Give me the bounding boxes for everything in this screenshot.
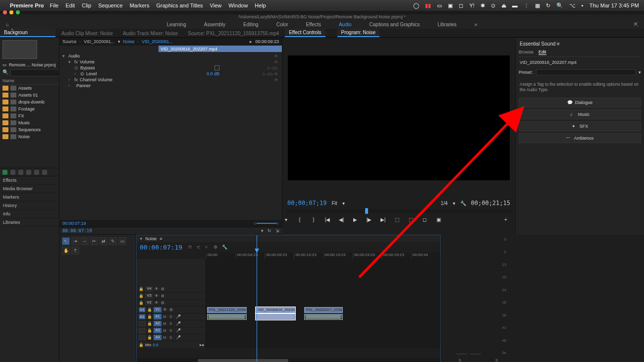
source-patch[interactable] — [139, 328, 146, 333]
snap-icon[interactable]: ⊓ — [188, 245, 194, 250]
panel-menu-icon[interactable]: ≡ — [557, 41, 560, 47]
ec-audio-header[interactable]: ▾Audio⟳ — [59, 53, 282, 59]
solo-button[interactable]: S — [169, 321, 174, 326]
program-resolution[interactable]: 1/4 — [441, 201, 448, 206]
cc-libraries-icon[interactable]: ◯ — [413, 2, 419, 9]
tab-media-browser[interactable]: Media Browser — [0, 185, 59, 193]
source-patch-v1[interactable]: V1 — [139, 307, 146, 312]
menu-graphics[interactable]: Graphics and Titles — [156, 2, 203, 8]
marker-icon[interactable]: ▿ — [205, 245, 211, 250]
workspace-libraries[interactable]: Libraries — [435, 21, 458, 28]
timemachine-icon[interactable]: ↻ — [546, 2, 550, 9]
eye-icon[interactable]: 👁 — [163, 308, 168, 312]
lock-icon[interactable]: 🔒 — [139, 343, 144, 347]
lock-icon[interactable]: 🔒 — [147, 308, 152, 312]
track-target[interactable]: A3 — [154, 328, 161, 333]
level-value[interactable]: 0.0 dB — [207, 71, 219, 76]
fit-chevron-icon[interactable]: ▾ — [342, 201, 345, 206]
program-zoom-fit[interactable]: Fit — [331, 201, 337, 206]
ec-level[interactable]: ›⊙Level0.0 dB◇ ◁ ▷ ⟳ — [59, 71, 282, 77]
program-video-area[interactable] — [282, 38, 515, 198]
list-view-icon[interactable] — [2, 170, 7, 175]
mute-button[interactable]: M — [163, 328, 168, 333]
res-chevron-icon[interactable]: ▾ — [453, 201, 455, 206]
timeline-h-scrollbar[interactable] — [137, 358, 440, 362]
comparison-view-button[interactable]: ▣ — [435, 216, 442, 223]
menu-help[interactable]: Help — [255, 2, 266, 8]
mute-button[interactable]: M — [163, 321, 168, 326]
menu-edit[interactable]: Edit — [65, 2, 75, 8]
ec-loop-icon[interactable]: ↻ — [268, 228, 271, 233]
control-center-icon[interactable]: ⌥ — [569, 2, 576, 9]
slip-tool[interactable]: ⇄ — [100, 237, 107, 245]
sync-lock-icon[interactable]: ⊙ — [161, 287, 164, 291]
solo-button[interactable]: S — [169, 328, 174, 333]
ec-transport-tc[interactable]: 00:00:07:19 — [62, 228, 92, 233]
program-scrubber[interactable] — [286, 209, 511, 213]
project-column-name[interactable]: Name — [0, 77, 59, 85]
search-icon[interactable]: 🔍 — [2, 69, 8, 76]
program-timecode-left[interactable]: 00;00;07;19 — [287, 200, 326, 207]
sequence-name[interactable]: Remove ... Noise.prproj — [9, 62, 56, 67]
workspace-audio[interactable]: Audio — [337, 21, 354, 28]
user-icon[interactable]: ▪ — [582, 2, 584, 8]
timeline-playhead[interactable] — [257, 235, 257, 362]
wrench-icon[interactable]: 🔧 — [222, 245, 227, 250]
track-target[interactable]: V3 — [145, 293, 153, 299]
source-patch[interactable] — [139, 335, 146, 340]
eject-icon[interactable]: ⏏ — [501, 2, 506, 9]
sync-lock-icon[interactable]: ⊙ — [169, 308, 173, 312]
workspace-assembly[interactable]: Assembly — [202, 21, 227, 28]
project-thumbnail[interactable] — [2, 40, 37, 59]
settings-icon[interactable]: 🔧 — [460, 201, 466, 206]
zoom-window-button[interactable] — [16, 10, 20, 14]
meter-left[interactable] — [456, 354, 467, 355]
video-clip-selected[interactable]: VID_20200816_202207 — [256, 307, 295, 313]
bin-item[interactable]: Noise — [0, 133, 59, 140]
menu-sequence[interactable]: Sequence — [98, 2, 123, 8]
source-patch-a1[interactable]: A1 — [139, 314, 146, 319]
mark-in-button[interactable]: { — [296, 216, 303, 223]
solo-left[interactable]: S — [459, 358, 461, 362]
track-content[interactable] — [206, 341, 440, 348]
es-tab-browse[interactable]: Browse — [519, 50, 534, 55]
lift-button[interactable]: ⬚ — [393, 216, 400, 223]
ec-footer-tc[interactable]: 00:00:07:19 — [62, 221, 86, 226]
app-name[interactable]: Premiere Pro — [10, 2, 44, 8]
go-to-out-button[interactable]: ▶| — [379, 216, 386, 223]
spotlight-icon[interactable]: 🔍 — [556, 2, 563, 9]
menu-clip[interactable]: Clip — [82, 2, 91, 8]
yi-icon[interactable]: Y! — [469, 2, 474, 8]
timeline-tab[interactable]: × Noise ≡ — [137, 235, 440, 242]
mark-out-button[interactable]: } — [310, 216, 317, 223]
mute-button[interactable]: M — [163, 335, 168, 340]
find-icon[interactable] — [42, 170, 47, 175]
track-target[interactable]: A4 — [154, 335, 161, 340]
bin-item[interactable]: ›Footage — [0, 105, 59, 112]
voice-over-icon[interactable]: 🎤 — [176, 328, 181, 333]
track-target[interactable]: A2 — [154, 321, 161, 326]
pen-tool[interactable]: ✎ — [109, 237, 117, 245]
lock-icon[interactable]: 🔒 — [147, 314, 152, 319]
home-icon[interactable]: ⌂ — [6, 22, 9, 27]
clock[interactable]: Thu Mar 17 3:45 PM — [590, 2, 639, 8]
es-tag-music[interactable]: ♪Music — [519, 109, 641, 119]
type-tool[interactable]: T — [71, 247, 79, 255]
bin-item[interactable]: ›Sequences — [0, 126, 59, 133]
track-content[interactable] — [206, 300, 440, 306]
linked-selection-icon[interactable]: ⊂ — [197, 245, 202, 250]
audio-clip-selected[interactable] — [256, 314, 295, 320]
track-target[interactable]: V1 — [154, 307, 161, 312]
button-editor-icon[interactable]: + — [502, 216, 509, 223]
es-tag-ambience[interactable]: 〰Ambience — [519, 133, 641, 143]
tab-program[interactable]: Program: Noise — [337, 28, 379, 37]
battery-icon[interactable]: ▬ — [512, 2, 518, 8]
ec-insert-icon[interactable]: ⇲ — [275, 228, 279, 233]
audio-clip[interactable] — [207, 314, 247, 320]
step-forward-button[interactable]: |▶ — [366, 216, 373, 223]
track-content[interactable] — [206, 293, 440, 299]
lock-icon[interactable]: 🔒 — [147, 321, 152, 326]
tab-audio-clip-mixer[interactable]: Audio Clip Mixer: Noise — [57, 29, 117, 37]
track-select-tool[interactable]: ⇥ — [71, 237, 79, 245]
workspace-learning[interactable]: Learning — [165, 21, 188, 28]
